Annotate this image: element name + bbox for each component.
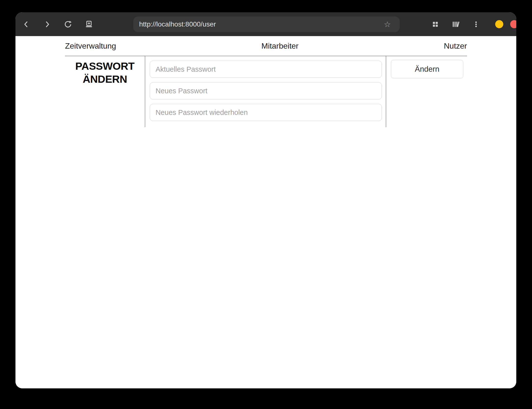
library-button[interactable] xyxy=(450,18,462,30)
close-button[interactable] xyxy=(510,20,516,28)
url-bar[interactable]: http://localhost:8000/user ☆ xyxy=(133,16,400,32)
password-change-section: PASSWORT ÄNDERN Ändern xyxy=(65,56,467,127)
library-icon xyxy=(451,20,460,29)
change-password-button[interactable]: Ändern xyxy=(391,60,463,78)
new-tab-button[interactable] xyxy=(83,18,95,30)
browser-window: http://localhost:8000/user ☆ xyxy=(15,12,516,388)
password-heading-column: PASSWORT ÄNDERN xyxy=(65,56,145,127)
browser-titlebar: http://localhost:8000/user ☆ xyxy=(15,12,516,36)
new-password-field[interactable] xyxy=(150,82,382,99)
kebab-menu-icon xyxy=(472,20,480,28)
menu-button[interactable] xyxy=(470,18,482,30)
nav-item-nutzer[interactable]: Nutzer xyxy=(444,41,467,51)
tab-overview-button[interactable] xyxy=(429,18,441,30)
new-tab-icon xyxy=(84,20,93,29)
reload-button[interactable] xyxy=(62,18,74,30)
url-text: http://localhost:8000/user xyxy=(139,20,384,28)
reload-icon xyxy=(64,20,72,29)
chevron-left-icon xyxy=(22,20,30,28)
desktop-background: http://localhost:8000/user ☆ xyxy=(0,0,532,409)
page-content: Zeitverwaltung Mitarbeiter Nutzer PASSWO… xyxy=(15,36,516,388)
nav-item-zeitverwaltung[interactable]: Zeitverwaltung xyxy=(65,41,116,51)
grid-icon xyxy=(431,20,439,28)
submit-column: Ändern xyxy=(386,56,467,127)
repeat-password-field[interactable] xyxy=(150,104,382,121)
forward-button[interactable] xyxy=(41,18,53,30)
chevron-right-icon xyxy=(43,20,51,28)
back-button[interactable] xyxy=(20,18,32,30)
password-fields-column xyxy=(145,56,386,127)
minimize-button[interactable] xyxy=(495,20,503,28)
main-navigation: Zeitverwaltung Mitarbeiter Nutzer xyxy=(65,36,467,56)
page-title: PASSWORT ÄNDERN xyxy=(65,60,145,86)
page-container: Zeitverwaltung Mitarbeiter Nutzer PASSWO… xyxy=(65,36,467,127)
nav-item-mitarbeiter[interactable]: Mitarbeiter xyxy=(261,41,298,51)
current-password-field[interactable] xyxy=(150,61,382,78)
bookmark-star-icon[interactable]: ☆ xyxy=(384,20,391,28)
